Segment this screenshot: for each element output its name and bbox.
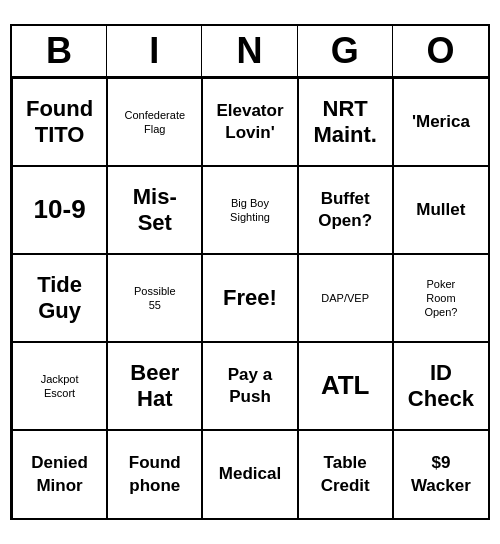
- header-letter: O: [393, 26, 488, 76]
- bingo-cell: 'Merica: [393, 78, 488, 166]
- header-letter: I: [107, 26, 202, 76]
- cell-text: Found TITO: [26, 96, 93, 149]
- bingo-cell: ATL: [298, 342, 393, 430]
- header-letter: N: [202, 26, 297, 76]
- cell-text: ID Check: [408, 360, 474, 413]
- cell-text: ATL: [321, 369, 370, 403]
- bingo-cell: Mullet: [393, 166, 488, 254]
- bingo-cell: Found phone: [107, 430, 202, 518]
- bingo-cell: Found TITO: [12, 78, 107, 166]
- cell-text: Pay a Push: [228, 364, 272, 408]
- header-letter: G: [298, 26, 393, 76]
- cell-text: NRT Maint.: [313, 96, 377, 149]
- cell-text: Poker Room Open?: [424, 277, 457, 320]
- cell-text: Medical: [219, 463, 281, 485]
- bingo-cell: Big Boy Sighting: [202, 166, 297, 254]
- cell-text: 'Merica: [412, 111, 470, 133]
- bingo-header: BINGO: [12, 26, 488, 78]
- cell-text: DAP/VEP: [321, 291, 369, 305]
- bingo-cell: Beer Hat: [107, 342, 202, 430]
- cell-text: Tide Guy: [37, 272, 82, 325]
- bingo-card: BINGO Found TITOConfederate FlagElevator…: [10, 24, 490, 520]
- cell-text: Beer Hat: [130, 360, 179, 413]
- bingo-cell: Buffet Open?: [298, 166, 393, 254]
- cell-text: Denied Minor: [31, 452, 88, 496]
- bingo-cell: NRT Maint.: [298, 78, 393, 166]
- bingo-cell: DAP/VEP: [298, 254, 393, 342]
- bingo-cell: $9 Wacker: [393, 430, 488, 518]
- cell-text: Free!: [223, 284, 277, 313]
- cell-text: Buffet Open?: [318, 188, 372, 232]
- cell-text: Big Boy Sighting: [230, 196, 270, 225]
- bingo-cell: 10-9: [12, 166, 107, 254]
- bingo-cell: Free!: [202, 254, 297, 342]
- bingo-cell: Jackpot Escort: [12, 342, 107, 430]
- bingo-cell: ID Check: [393, 342, 488, 430]
- bingo-cell: Mis- Set: [107, 166, 202, 254]
- bingo-grid: Found TITOConfederate FlagElevator Lovin…: [12, 78, 488, 518]
- cell-text: Possible 55: [134, 284, 176, 313]
- bingo-cell: Tide Guy: [12, 254, 107, 342]
- cell-text: Table Credit: [321, 452, 370, 496]
- bingo-cell: Denied Minor: [12, 430, 107, 518]
- bingo-cell: Table Credit: [298, 430, 393, 518]
- bingo-cell: Medical: [202, 430, 297, 518]
- bingo-cell: Elevator Lovin': [202, 78, 297, 166]
- cell-text: Confederate Flag: [125, 108, 186, 137]
- bingo-cell: Poker Room Open?: [393, 254, 488, 342]
- bingo-cell: Possible 55: [107, 254, 202, 342]
- cell-text: Elevator Lovin': [216, 100, 283, 144]
- header-letter: B: [12, 26, 107, 76]
- cell-text: 10-9: [34, 193, 86, 227]
- cell-text: Jackpot Escort: [41, 372, 79, 401]
- cell-text: Mullet: [416, 199, 465, 221]
- cell-text: Mis- Set: [133, 184, 177, 237]
- bingo-cell: Pay a Push: [202, 342, 297, 430]
- cell-text: $9 Wacker: [411, 452, 471, 496]
- bingo-cell: Confederate Flag: [107, 78, 202, 166]
- cell-text: Found phone: [129, 452, 181, 496]
